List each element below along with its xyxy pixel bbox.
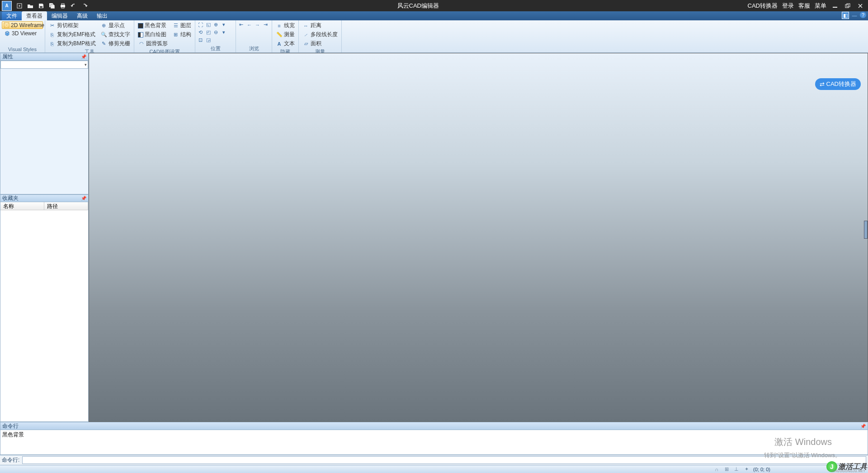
undo-icon[interactable] [70, 2, 78, 10]
redo-icon[interactable] [80, 2, 89, 10]
copy-emf-button[interactable]: ⎘复制为EMF格式 [47, 30, 98, 39]
tab-file[interactable]: 文件 [2, 11, 22, 20]
cad-converter-badge[interactable]: ⇄ CAD转换器 [815, 78, 861, 90]
clip-icon: ✂ [49, 22, 56, 29]
status-coords: (0; 0; 0) [753, 467, 770, 472]
quick-access-toolbar [15, 2, 89, 10]
area-button[interactable]: ▱面积 [301, 39, 340, 48]
polyline-len-button[interactable]: ⟋多段线长度 [301, 30, 340, 39]
zoom-prev-icon[interactable]: ⟲ [197, 29, 204, 36]
command-input-row: 命令行: [0, 455, 868, 465]
command-history: 黑色背景 [0, 430, 868, 455]
ribbon-minimize-icon[interactable]: — [851, 12, 858, 19]
grid-icon[interactable]: ⊞ [723, 466, 730, 473]
close-icon[interactable] [856, 2, 864, 10]
copy-icon: ⎘ [49, 40, 56, 47]
square-icon [138, 32, 143, 38]
find-text-button[interactable]: 🔍查找文字 [99, 30, 132, 39]
clip-frame-button[interactable]: ✂剪切框架 [47, 21, 98, 30]
title-bar: A 风云CAD编辑器 CAD转换器 登录 客服 菜单 [0, 0, 868, 11]
measure-toggle-button[interactable]: 📏测量 [274, 30, 297, 39]
login-link[interactable]: 登录 [782, 2, 794, 10]
zoom-dd-icon[interactable]: ▾ [220, 21, 227, 28]
show-point-button[interactable]: ⊕显示点 [99, 21, 132, 30]
command-prompt-label: 命令行: [2, 456, 19, 464]
svg-rect-1 [40, 6, 42, 8]
tab-viewer[interactable]: 查看器 [22, 11, 47, 20]
wireframe-icon [4, 22, 9, 28]
layer-button[interactable]: ☰图层 [170, 21, 193, 30]
polyline-icon: ⟋ [302, 31, 309, 38]
tab-editor[interactable]: 编辑器 [47, 11, 72, 20]
nav-next-icon[interactable]: → [254, 21, 261, 28]
col-name[interactable]: 名称 [0, 202, 44, 210]
group-title: 浏览 [238, 45, 270, 52]
ribbon-group-position: ⛶ ◱ ⊕ ▾ ⟲ ◰ ⊖ ▾ ⊡ ◲ 位置 [195, 20, 236, 52]
snap-icon[interactable]: ∩ [713, 466, 720, 473]
command-panel-header[interactable]: 命令行 📌 [0, 422, 868, 430]
menu-link[interactable]: 菜单 [815, 2, 826, 10]
viewer3d-button[interactable]: 3D Viewer [2, 29, 43, 37]
convert-icon: ⇄ [820, 81, 825, 88]
saveall-icon[interactable] [48, 2, 56, 10]
help-icon[interactable]: ? [860, 12, 866, 18]
black-bg-button[interactable]: 黑色背景 [136, 21, 170, 30]
line-width-button[interactable]: ≡线宽 [274, 21, 297, 30]
text-toggle-button[interactable]: A文本 [274, 39, 297, 48]
ortho-icon[interactable]: ⊥ [733, 466, 740, 473]
structure-button[interactable]: ⊞结构 [170, 30, 193, 39]
pos-icon[interactable]: ◲ [205, 37, 212, 43]
osnap-icon[interactable]: ✦ [743, 466, 750, 473]
properties-dropdown[interactable] [0, 61, 88, 69]
pin-icon[interactable]: 📌 [81, 54, 86, 59]
pan-icon[interactable]: ⊡ [197, 37, 204, 43]
zoom-dd2-icon[interactable]: ▾ [220, 29, 227, 36]
zoom-window-icon[interactable]: ◱ [205, 21, 212, 28]
wireframe2d-button[interactable]: 2D Wireframe [2, 21, 43, 29]
properties-body [0, 69, 88, 194]
target-icon: ⊕ [100, 22, 107, 29]
ribbon-group-tools: ✂剪切框架 ⎘复制为EMF格式 ⎘复制为BMP格式 ⊕显示点 🔍查找文字 ✎修剪… [45, 20, 134, 52]
maximize-icon[interactable] [844, 2, 852, 10]
zoom-in-icon[interactable]: ⊕ [212, 21, 219, 28]
nav-last-icon[interactable]: ⇥ [262, 21, 269, 28]
favorites-columns: 名称 路径 [0, 202, 88, 210]
ribbon-option-icon[interactable]: ◧ [842, 12, 849, 19]
side-tab-handle[interactable] [864, 221, 868, 239]
zoom-all-icon[interactable]: ◰ [205, 29, 212, 36]
cad-converter-link[interactable]: CAD转换器 [748, 2, 778, 10]
ruler-icon: 📏 [276, 31, 283, 38]
square-icon [138, 23, 143, 28]
favorites-panel-header[interactable]: 收藏夹 📌 [0, 194, 89, 202]
layer-icon: ☰ [172, 22, 179, 29]
trim-cursor-button[interactable]: ✎修剪光栅 [99, 39, 132, 48]
tab-advanced[interactable]: 高级 [72, 11, 92, 20]
nav-prev-icon[interactable]: ← [246, 21, 253, 28]
nav-first-icon[interactable]: ⇤ [238, 21, 245, 28]
tab-output[interactable]: 输出 [92, 11, 112, 20]
trim-icon: ✎ [100, 40, 107, 47]
bw-draw-button[interactable]: 黑白绘图 [136, 30, 170, 39]
distance-button[interactable]: ↔距离 [301, 21, 340, 30]
svg-rect-3 [61, 4, 64, 5]
zoom-out-icon[interactable]: ⊖ [212, 29, 219, 36]
arc-smooth-button[interactable]: ◠圆滑弧形 [136, 39, 170, 48]
save-icon[interactable] [37, 2, 45, 10]
properties-panel-header[interactable]: 属性 📌 [0, 53, 89, 61]
drawing-canvas[interactable]: ⇄ CAD转换器 [89, 53, 868, 422]
search-icon: 🔍 [100, 31, 107, 38]
print-icon[interactable] [59, 2, 67, 10]
command-input[interactable] [22, 456, 866, 464]
copy-bmp-button[interactable]: ⎘复制为BMP格式 [47, 39, 98, 48]
ribbon: 2D Wireframe 3D Viewer Visual Styles ✂剪切… [0, 20, 868, 53]
service-link[interactable]: 客服 [798, 2, 810, 10]
pin-icon[interactable]: 📌 [860, 424, 866, 429]
favorites-panel: 名称 路径 [0, 202, 89, 422]
ribbon-group-cad-draw: 黑色背景 黑白绘图 ◠圆滑弧形 ☰图层 ⊞结构 CAD绘图设置 [134, 20, 195, 52]
open-icon[interactable] [26, 2, 34, 10]
pin-icon[interactable]: 📌 [81, 196, 86, 201]
zoom-extents-icon[interactable]: ⛶ [197, 21, 204, 28]
new-icon[interactable] [15, 2, 24, 10]
col-path[interactable]: 路径 [44, 202, 88, 210]
minimize-icon[interactable] [831, 2, 839, 10]
